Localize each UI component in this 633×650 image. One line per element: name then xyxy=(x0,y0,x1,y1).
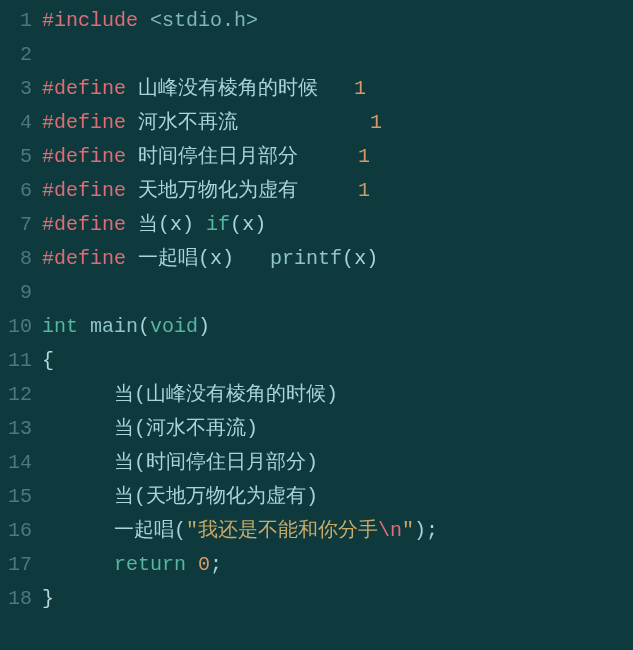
token-keyword: return xyxy=(114,553,186,576)
token-paren: ) xyxy=(326,383,338,406)
token-plain xyxy=(138,9,150,32)
token-plain xyxy=(238,111,370,134)
line-number: 17 xyxy=(0,548,32,582)
token-keyword: if xyxy=(206,213,230,236)
code-line[interactable]: #define 河水不再流 1 xyxy=(42,106,633,140)
token-plain: ; xyxy=(210,553,222,576)
line-number: 3 xyxy=(0,72,32,106)
token-plain xyxy=(298,179,358,202)
token-ident: x xyxy=(170,213,182,236)
code-line[interactable]: #define 当(x) if(x) xyxy=(42,208,633,242)
token-plain xyxy=(42,451,114,474)
token-plain: 天地万物化为虚有 xyxy=(138,179,298,202)
code-line[interactable]: #define 天地万物化为虚有 1 xyxy=(42,174,633,208)
code-line[interactable]: #define 一起唱(x) printf(x) xyxy=(42,242,633,276)
code-line[interactable]: #include <stdio.h> xyxy=(42,4,633,38)
token-paren: ( xyxy=(138,315,150,338)
token-brace: { xyxy=(42,349,54,372)
token-string: "我还是不能和你分手 xyxy=(186,519,378,542)
token-plain xyxy=(194,213,206,236)
token-paren: ( xyxy=(134,383,146,406)
token-plain xyxy=(126,111,138,134)
code-line[interactable]: 当(时间停住日月部分) xyxy=(42,446,633,480)
token-directive: #define xyxy=(42,111,126,134)
token-number: 1 xyxy=(358,145,370,168)
token-number: 1 xyxy=(370,111,382,134)
token-plain: 当 xyxy=(114,417,134,440)
token-plain xyxy=(126,77,138,100)
line-number: 18 xyxy=(0,582,32,616)
code-line[interactable]: #define 山峰没有棱角的时候 1 xyxy=(42,72,633,106)
token-plain xyxy=(186,553,198,576)
code-line[interactable]: 当(河水不再流) xyxy=(42,412,633,446)
token-plain xyxy=(42,553,114,576)
line-number-gutter: 123456789101112131415161718 xyxy=(0,4,42,616)
code-line[interactable]: return 0; xyxy=(42,548,633,582)
token-ident: 天地万物化为虚有 xyxy=(146,485,306,508)
code-line[interactable] xyxy=(42,38,633,72)
token-plain xyxy=(42,485,114,508)
token-plain: 当 xyxy=(114,485,134,508)
token-ident: x xyxy=(242,213,254,236)
token-paren: ( xyxy=(198,247,210,270)
token-paren: ( xyxy=(134,417,146,440)
code-editor[interactable]: 123456789101112131415161718 #include <st… xyxy=(0,4,633,616)
token-brace: } xyxy=(42,587,54,610)
code-line[interactable]: } xyxy=(42,582,633,616)
token-plain xyxy=(42,383,114,406)
code-line[interactable]: { xyxy=(42,344,633,378)
token-number: 1 xyxy=(358,179,370,202)
line-number: 15 xyxy=(0,480,32,514)
token-func: printf xyxy=(270,247,342,270)
token-paren: ( xyxy=(342,247,354,270)
line-number: 16 xyxy=(0,514,32,548)
line-number: 6 xyxy=(0,174,32,208)
line-number: 12 xyxy=(0,378,32,412)
token-plain xyxy=(234,247,270,270)
token-plain xyxy=(126,145,138,168)
token-directive: #define xyxy=(42,77,126,100)
token-plain xyxy=(126,247,138,270)
token-plain xyxy=(126,213,138,236)
token-paren: ) xyxy=(254,213,266,236)
line-number: 10 xyxy=(0,310,32,344)
token-ident: 时间停住日月部分 xyxy=(146,451,306,474)
line-number: 9 xyxy=(0,276,32,310)
token-number: 1 xyxy=(354,77,366,100)
token-plain: 时间停住日月部分 xyxy=(138,145,298,168)
line-number: 2 xyxy=(0,38,32,72)
line-number: 5 xyxy=(0,140,32,174)
line-number: 7 xyxy=(0,208,32,242)
token-plain xyxy=(42,519,114,542)
token-directive: #include xyxy=(42,9,138,32)
token-include-target: <stdio.h> xyxy=(150,9,258,32)
line-number: 4 xyxy=(0,106,32,140)
code-line[interactable]: 当(山峰没有棱角的时候) xyxy=(42,378,633,412)
token-directive: #define xyxy=(42,213,126,236)
code-area[interactable]: #include <stdio.h>#define 山峰没有棱角的时候 1#de… xyxy=(42,4,633,616)
token-paren: ) xyxy=(306,451,318,474)
token-ident: 河水不再流 xyxy=(146,417,246,440)
token-paren: ) xyxy=(366,247,378,270)
token-paren: ) xyxy=(222,247,234,270)
code-line[interactable]: 一起唱("我还是不能和你分手\n"); xyxy=(42,514,633,548)
token-plain: 一起唱 xyxy=(138,247,198,270)
code-line[interactable] xyxy=(42,276,633,310)
token-directive: #define xyxy=(42,247,126,270)
token-plain: 河水不再流 xyxy=(138,111,238,134)
token-func: main xyxy=(90,315,138,338)
token-paren: ( xyxy=(230,213,242,236)
token-paren: ) xyxy=(306,485,318,508)
line-number: 8 xyxy=(0,242,32,276)
code-line[interactable]: #define 时间停住日月部分 1 xyxy=(42,140,633,174)
token-paren: ( xyxy=(134,451,146,474)
token-paren: ( xyxy=(174,519,186,542)
token-plain xyxy=(298,145,358,168)
token-plain: 山峰没有棱角的时候 xyxy=(138,77,318,100)
code-line[interactable]: int main(void) xyxy=(42,310,633,344)
line-number: 13 xyxy=(0,412,32,446)
code-line[interactable]: 当(天地万物化为虚有) xyxy=(42,480,633,514)
token-type: int xyxy=(42,315,78,338)
token-escape: \n xyxy=(378,519,402,542)
token-plain xyxy=(126,179,138,202)
